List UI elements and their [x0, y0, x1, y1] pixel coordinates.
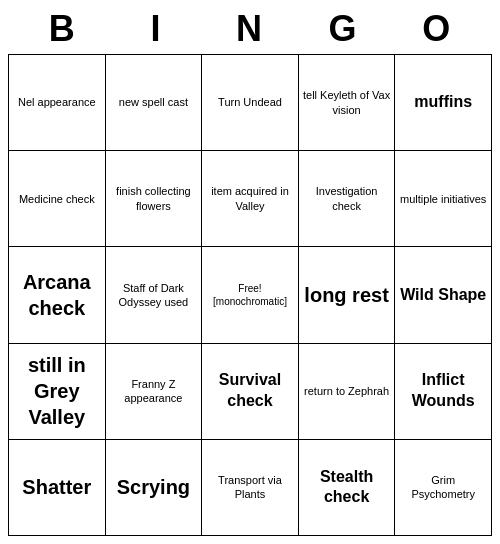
cell-10: Arcana check [9, 247, 106, 343]
cell-2: Turn Undead [202, 55, 299, 151]
cell-7: item acquired in Valley [202, 151, 299, 247]
title-i: I [110, 8, 204, 50]
cell-15: still in Grey Valley [9, 344, 106, 440]
cell-18: return to Zephrah [299, 344, 396, 440]
cell-21: Scrying [106, 440, 203, 536]
cell-16: Franny Z appearance [106, 344, 203, 440]
cell-8: Investigation check [299, 151, 396, 247]
title-b: B [16, 8, 110, 50]
cell-23: Stealth check [299, 440, 396, 536]
cell-0: Nel appearance [9, 55, 106, 151]
bingo-grid: Nel appearancenew spell castTurn Undeadt… [8, 54, 492, 536]
cell-6: finish collecting flowers [106, 151, 203, 247]
cell-3: tell Keyleth of Vax vision [299, 55, 396, 151]
cell-4: muffins [395, 55, 492, 151]
title-g: G [297, 8, 391, 50]
cell-11: Staff of Dark Odyssey used [106, 247, 203, 343]
cell-17: Survival check [202, 344, 299, 440]
cell-20: Shatter [9, 440, 106, 536]
cell-14: Wild Shape [395, 247, 492, 343]
cell-9: multiple initiatives [395, 151, 492, 247]
cell-1: new spell cast [106, 55, 203, 151]
cell-22: Transport via Plants [202, 440, 299, 536]
bingo-title: B I N G O [8, 8, 492, 50]
cell-12: Free! [monochromatic] [202, 247, 299, 343]
cell-24: Grim Psychometry [395, 440, 492, 536]
cell-5: Medicine check [9, 151, 106, 247]
title-o: O [390, 8, 484, 50]
cell-19: Inflict Wounds [395, 344, 492, 440]
title-n: N [203, 8, 297, 50]
cell-13: long rest [299, 247, 396, 343]
